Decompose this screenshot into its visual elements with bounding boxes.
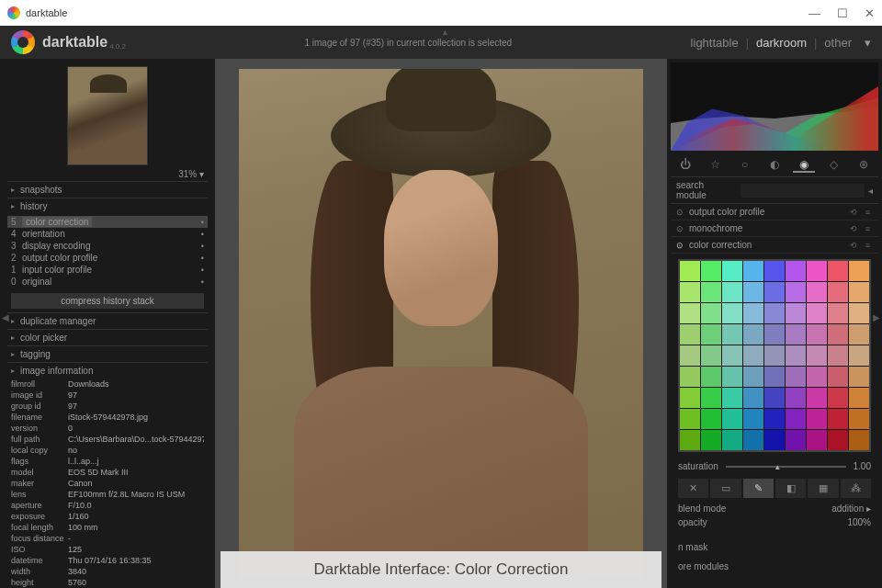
history-item[interactable]: 3display encoding• bbox=[7, 240, 208, 252]
info-row: filmrollDownloads bbox=[7, 379, 208, 390]
mask-off[interactable]: ✕ bbox=[678, 479, 708, 498]
window-title: darktable bbox=[26, 7, 67, 18]
section-tagging[interactable]: ▸tagging bbox=[7, 345, 208, 362]
info-row: lensEF100mm f/2.8L Macro IS USM bbox=[7, 489, 208, 500]
history-item[interactable]: 2output color profile• bbox=[7, 252, 208, 264]
tab-contrast-icon[interactable]: ◐ bbox=[763, 158, 786, 173]
info-row: focal length100 mm bbox=[7, 522, 208, 533]
mask-uniform[interactable]: ▭ bbox=[710, 479, 741, 498]
mask-raster[interactable]: ▦ bbox=[808, 479, 838, 498]
mask-combined[interactable]: ⁂ bbox=[841, 479, 871, 498]
right-panel: ⏻ ☆ ○ ◐ ◉ ◇ ⊛ search module ◂ ⊙output co… bbox=[667, 59, 882, 588]
collapse-right-icon[interactable]: ▶ bbox=[873, 312, 880, 322]
history-item[interactable]: 4orientation• bbox=[7, 228, 208, 240]
tab-star-icon[interactable]: ☆ bbox=[704, 158, 726, 173]
navigation-thumbnail[interactable] bbox=[67, 66, 148, 165]
section-history[interactable]: ▸history bbox=[7, 198, 208, 214]
mode-lighttable[interactable]: lighttable bbox=[691, 36, 739, 50]
mask-drawn[interactable]: ✎ bbox=[743, 479, 774, 498]
tab-power-icon[interactable]: ⏻ bbox=[674, 158, 696, 173]
info-row: flagsl..l..ap...j bbox=[7, 456, 208, 467]
module-output-color-profile[interactable]: ⊙output color profile⟲ ≡ bbox=[671, 204, 878, 220]
photo-preview bbox=[239, 69, 643, 578]
mode-darkroom[interactable]: darkroom bbox=[756, 36, 807, 50]
module-color-correction[interactable]: ⊙color correction⟲ ≡ bbox=[671, 237, 878, 254]
info-row: full pathC:\Users\Barbara\Do...tock-5794… bbox=[7, 434, 208, 445]
info-row: local copyno bbox=[7, 445, 208, 456]
saturation-slider[interactable] bbox=[726, 466, 846, 468]
mask-parametric[interactable]: ◧ bbox=[775, 479, 806, 498]
tab-circle-icon[interactable]: ○ bbox=[734, 158, 756, 173]
image-canvas[interactable] bbox=[215, 59, 667, 588]
search-input[interactable] bbox=[741, 184, 865, 198]
info-row: image id97 bbox=[7, 390, 208, 401]
window-titlebar: darktable — ☐ ✕ bbox=[0, 0, 882, 26]
app-version: 4.0.2 bbox=[109, 42, 126, 51]
collapse-left-icon[interactable]: ◀ bbox=[2, 312, 9, 322]
info-row: version0 bbox=[7, 423, 208, 434]
color-correction-grid[interactable] bbox=[678, 259, 871, 452]
history-item[interactable]: 1input color profile• bbox=[7, 264, 208, 276]
close-button[interactable]: ✕ bbox=[865, 6, 875, 20]
info-row: ISO125 bbox=[7, 544, 208, 555]
status-text: 1 image of 97 (#35) in current collectio… bbox=[126, 38, 691, 48]
tab-color-icon[interactable]: ◉ bbox=[793, 158, 815, 173]
clear-icon[interactable]: ◂ bbox=[868, 186, 873, 196]
info-row: width3840 bbox=[7, 566, 208, 577]
info-row: exposure1/160 bbox=[7, 511, 208, 522]
history-item[interactable]: 5color correction• bbox=[7, 216, 208, 228]
section-imageinfo[interactable]: ▸image information bbox=[7, 362, 208, 379]
saturation-value: 1.00 bbox=[854, 461, 871, 471]
info-row: makerCanon bbox=[7, 478, 208, 489]
minimize-button[interactable]: — bbox=[808, 6, 820, 20]
history-item[interactable]: 0original• bbox=[7, 276, 208, 288]
section-snapshots[interactable]: ▸snapshots bbox=[7, 181, 208, 198]
zoom-percent[interactable]: 31% bbox=[178, 169, 197, 179]
section-duplicate[interactable]: ▸duplicate manager bbox=[7, 312, 208, 329]
module-monochrome[interactable]: ⊙monochrome⟲ ≡ bbox=[671, 220, 878, 237]
app-name: darktable bbox=[42, 34, 107, 51]
info-row: apertureF/10.0 bbox=[7, 500, 208, 511]
info-row: group id97 bbox=[7, 401, 208, 412]
left-panel: 31% ▾ ▸snapshots ▸history 5color correct… bbox=[0, 59, 215, 588]
aperture-logo-icon bbox=[11, 30, 35, 54]
section-colorpicker[interactable]: ▸color picker bbox=[7, 329, 208, 345]
chevron-down-icon[interactable]: ▾ bbox=[199, 169, 204, 179]
module-group-tabs: ⏻ ☆ ○ ◐ ◉ ◇ ⊛ bbox=[671, 154, 878, 177]
chevron-down-icon[interactable]: ▾ bbox=[865, 36, 871, 50]
maximize-button[interactable]: ☐ bbox=[837, 6, 848, 20]
info-row: focus distance- bbox=[7, 533, 208, 544]
info-row: modelEOS 5D Mark III bbox=[7, 467, 208, 478]
caption-overlay: Darktable Interface: Color Correction bbox=[220, 551, 662, 588]
info-row: datetimeThu 07/14/16 16:38:35 bbox=[7, 555, 208, 566]
tab-effects-icon[interactable]: ◇ bbox=[823, 158, 845, 173]
info-row: filenameiStock-579442978.jpg bbox=[7, 412, 208, 423]
app-icon bbox=[7, 6, 20, 19]
info-row: height5760 bbox=[7, 577, 208, 588]
saturation-label: saturation bbox=[678, 461, 718, 471]
tab-technical-icon[interactable]: ⊛ bbox=[853, 158, 875, 173]
compress-history-button[interactable]: compress history stack bbox=[11, 293, 204, 309]
mode-other[interactable]: other bbox=[824, 36, 852, 50]
histogram[interactable] bbox=[671, 62, 878, 151]
search-label: search module bbox=[676, 180, 735, 200]
